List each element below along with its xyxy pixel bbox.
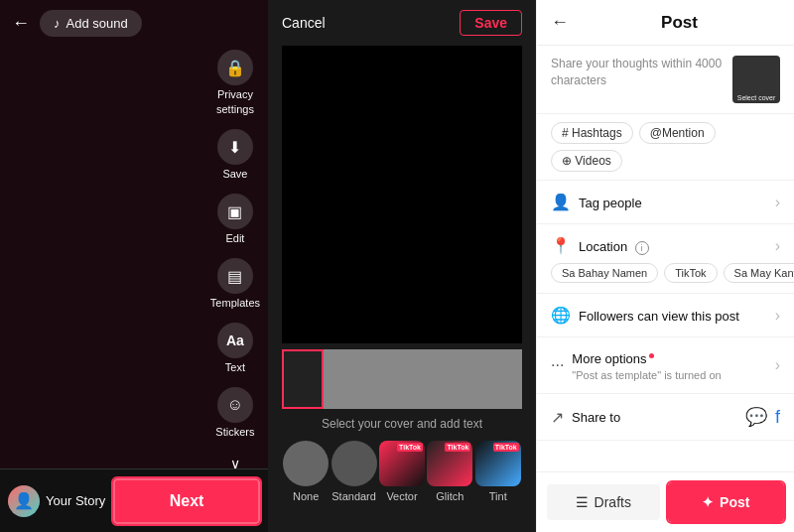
filter-glitch[interactable]: TikTok Glitch — [427, 441, 472, 502]
drafts-button[interactable]: ☰ Drafts — [547, 484, 660, 520]
tool-stickers[interactable]: ☺ Stickers — [215, 387, 254, 438]
caption-area: Share your thoughts within 4000 characte… — [537, 46, 794, 114]
tag-people-arrow: › — [775, 194, 780, 211]
your-story-button[interactable]: 👤 Your Story — [8, 485, 105, 517]
save-button[interactable]: Save — [460, 10, 522, 36]
tag-people-icon: 👤 — [551, 193, 571, 211]
post-button[interactable]: ✦ Post — [668, 482, 785, 522]
right-header: ← Post — [537, 0, 794, 46]
add-sound-button[interactable]: ♪ Add sound — [40, 10, 142, 37]
text-icon: Aa — [217, 323, 253, 358]
tool-templates[interactable]: ▤ Templates — [210, 258, 260, 309]
location-row[interactable]: 📍 Location i › — [537, 224, 794, 259]
location-text: Location i — [579, 237, 767, 255]
more-options-sublabel: "Post as template" is turned on — [572, 369, 766, 381]
tool-edit[interactable]: ▣ Edit — [217, 194, 253, 244]
music-icon: ♪ — [54, 16, 61, 31]
more-options-row[interactable]: ··· More options "Post as template" is t… — [537, 337, 794, 394]
tag-hashtags[interactable]: # Hashtags — [551, 122, 633, 144]
right-toolbar: 🔒 Privacy settings ⬇ Save ▣ Edit ▤ Templ… — [210, 50, 260, 471]
filter-vector[interactable]: TikTok Vector — [379, 441, 425, 502]
tiktok-badge-glitch: TikTok — [445, 443, 470, 452]
more-options-icon: ··· — [551, 356, 564, 374]
location-info-icon: i — [635, 241, 649, 255]
cover-select-label: Select cover — [732, 94, 780, 101]
location-chips: Sa Bahay Namen TikTok Sa May Kanto KAHIT… — [537, 259, 794, 294]
tag-people-label: Tag people — [579, 196, 642, 210]
filter-none-label: None — [293, 490, 319, 502]
facebook-icon: f — [775, 407, 780, 428]
edit-icon: ▣ — [217, 194, 253, 229]
middle-header: Cancel Save — [268, 0, 536, 46]
right-footer: ☰ Drafts ✦ Post — [537, 471, 794, 532]
filter-row: None Standard TikTok Vector TikTok Glitc… — [268, 437, 536, 512]
video-preview — [282, 46, 522, 343]
cover-strip-gray — [324, 349, 522, 409]
more-options-text: More options "Post as template" is turne… — [572, 349, 766, 381]
cancel-button[interactable]: Cancel — [282, 15, 326, 31]
cover-select-box[interactable]: Select cover — [732, 56, 780, 103]
post-label: Post — [720, 494, 749, 510]
back-button[interactable]: ← — [12, 13, 30, 34]
tag-mention[interactable]: @Mention — [639, 122, 716, 144]
followers-arrow: › — [775, 307, 780, 325]
filter-vector-label: Vector — [386, 490, 417, 502]
location-chip-2[interactable]: Sa May Kanto — [724, 263, 794, 283]
cover-strip — [282, 349, 522, 409]
filter-tint-thumb: TikTok — [475, 441, 521, 486]
followers-icon: 🌐 — [551, 306, 571, 325]
followers-label: Followers can view this post — [579, 309, 739, 324]
filter-standard-label: Standard — [331, 490, 376, 502]
more-options-dot — [649, 353, 654, 358]
messenger-icon: 💬 — [745, 406, 767, 428]
filter-none-thumb — [283, 441, 329, 486]
tool-stickers-label: Stickers — [215, 426, 254, 438]
share-icons: 💬 f — [745, 406, 780, 428]
right-back-button[interactable]: ← — [551, 12, 569, 33]
drafts-label: Drafts — [595, 494, 631, 510]
filter-glitch-thumb: TikTok — [427, 441, 472, 486]
left-panel: ← ♪ Add sound 🔒 Privacy settings ⬇ Save … — [0, 0, 268, 532]
right-panel: ← Post Share your thoughts within 4000 c… — [536, 0, 794, 532]
filter-tint-label: Tint — [489, 490, 507, 502]
tag-people-row[interactable]: 👤 Tag people › — [537, 181, 794, 224]
tool-templates-label: Templates — [210, 297, 260, 309]
followers-text: Followers can view this post — [579, 307, 767, 325]
filter-standard[interactable]: Standard — [331, 441, 377, 502]
post-title: Post — [579, 13, 780, 33]
filter-standard-thumb — [331, 441, 377, 486]
cover-strip-thumb[interactable] — [282, 349, 324, 409]
stickers-icon: ☺ — [217, 387, 253, 423]
share-to-row[interactable]: ↗ Share to 💬 f — [537, 394, 794, 441]
tool-edit-label: Edit — [225, 232, 244, 244]
save-icon: ⬇ — [217, 129, 253, 165]
bottom-bar: 👤 Your Story Next — [0, 468, 268, 532]
tool-privacy-label: Privacy — [217, 88, 253, 100]
location-chip-1[interactable]: TikTok — [664, 263, 717, 283]
share-to-label: Share to — [572, 410, 620, 425]
tiktok-badge-vector: TikTok — [397, 443, 423, 452]
left-header: ← ♪ Add sound — [0, 0, 268, 47]
templates-icon: ▤ — [217, 258, 253, 294]
filter-glitch-label: Glitch — [436, 490, 463, 502]
next-button[interactable]: Next — [113, 478, 260, 524]
location-chip-0[interactable]: Sa Bahay Namen — [551, 263, 658, 283]
more-options-label: More options — [572, 351, 653, 366]
story-avatar: 👤 — [8, 485, 40, 517]
share-to-icon: ↗ — [551, 408, 564, 427]
tool-privacy[interactable]: 🔒 Privacy settings — [216, 50, 254, 115]
filter-none[interactable]: None — [283, 441, 329, 502]
tool-text[interactable]: Aa Text — [217, 323, 253, 373]
caption-placeholder[interactable]: Share your thoughts within 4000 characte… — [551, 56, 723, 89]
your-story-label: Your Story — [46, 493, 105, 508]
tool-save-label: Save — [222, 168, 247, 180]
tag-people-text: Tag people — [579, 194, 767, 211]
tag-pills: # Hashtags @Mention ⊕ Videos — [537, 114, 794, 181]
privacy-icon: 🔒 — [217, 50, 253, 85]
location-label: Location — [579, 239, 627, 254]
drafts-icon: ☰ — [576, 494, 589, 510]
tag-videos[interactable]: ⊕ Videos — [551, 150, 622, 172]
followers-row[interactable]: 🌐 Followers can view this post › — [537, 294, 794, 337]
tool-save[interactable]: ⬇ Save — [217, 129, 253, 180]
filter-tint[interactable]: TikTok Tint — [475, 441, 521, 502]
